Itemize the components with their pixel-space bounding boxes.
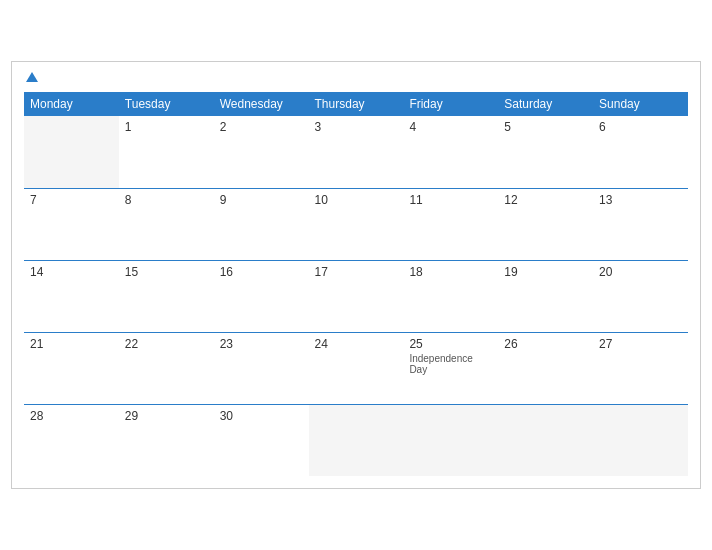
calendar-cell: 17 xyxy=(309,260,404,332)
calendar-cell: 10 xyxy=(309,188,404,260)
weekday-friday: Friday xyxy=(403,92,498,116)
day-number: 1 xyxy=(125,120,208,134)
calendar-cell xyxy=(403,404,498,476)
weekday-thursday: Thursday xyxy=(309,92,404,116)
calendar-cell: 30 xyxy=(214,404,309,476)
day-number: 12 xyxy=(504,193,587,207)
day-number: 11 xyxy=(409,193,492,207)
calendar-cell: 4 xyxy=(403,116,498,188)
weekday-monday: Monday xyxy=(24,92,119,116)
calendar-cell: 22 xyxy=(119,332,214,404)
day-number: 8 xyxy=(125,193,208,207)
calendar-cell: 28 xyxy=(24,404,119,476)
calendar: MondayTuesdayWednesdayThursdayFridaySatu… xyxy=(11,61,701,489)
day-number: 22 xyxy=(125,337,208,351)
day-number: 21 xyxy=(30,337,113,351)
day-number: 5 xyxy=(504,120,587,134)
day-number: 9 xyxy=(220,193,303,207)
calendar-week-3: 14151617181920 xyxy=(24,260,688,332)
day-number: 30 xyxy=(220,409,303,423)
day-number: 18 xyxy=(409,265,492,279)
calendar-cell: 27 xyxy=(593,332,688,404)
calendar-cell: 1 xyxy=(119,116,214,188)
day-number: 6 xyxy=(599,120,682,134)
calendar-cell: 19 xyxy=(498,260,593,332)
calendar-cell: 18 xyxy=(403,260,498,332)
day-number: 20 xyxy=(599,265,682,279)
day-number: 15 xyxy=(125,265,208,279)
weekday-wednesday: Wednesday xyxy=(214,92,309,116)
day-number: 28 xyxy=(30,409,113,423)
calendar-cell: 20 xyxy=(593,260,688,332)
day-number: 17 xyxy=(315,265,398,279)
logo xyxy=(24,72,38,82)
calendar-cell xyxy=(24,116,119,188)
calendar-body: 1234567891011121314151617181920212223242… xyxy=(24,116,688,476)
calendar-cell xyxy=(498,404,593,476)
calendar-cell: 23 xyxy=(214,332,309,404)
calendar-cell xyxy=(593,404,688,476)
weekday-header: MondayTuesdayWednesdayThursdayFridaySatu… xyxy=(24,92,688,116)
calendar-cell: 15 xyxy=(119,260,214,332)
calendar-week-5: 282930 xyxy=(24,404,688,476)
weekday-saturday: Saturday xyxy=(498,92,593,116)
day-number: 10 xyxy=(315,193,398,207)
day-number: 26 xyxy=(504,337,587,351)
calendar-cell: 21 xyxy=(24,332,119,404)
event-label: Independence Day xyxy=(409,353,492,375)
day-number: 2 xyxy=(220,120,303,134)
calendar-cell: 9 xyxy=(214,188,309,260)
calendar-cell: 6 xyxy=(593,116,688,188)
calendar-cell: 8 xyxy=(119,188,214,260)
calendar-cell: 16 xyxy=(214,260,309,332)
day-number: 4 xyxy=(409,120,492,134)
weekday-tuesday: Tuesday xyxy=(119,92,214,116)
calendar-cell: 14 xyxy=(24,260,119,332)
day-number: 14 xyxy=(30,265,113,279)
calendar-cell: 24 xyxy=(309,332,404,404)
calendar-week-2: 78910111213 xyxy=(24,188,688,260)
day-number: 23 xyxy=(220,337,303,351)
day-number: 24 xyxy=(315,337,398,351)
day-number: 7 xyxy=(30,193,113,207)
calendar-cell: 29 xyxy=(119,404,214,476)
day-number: 3 xyxy=(315,120,398,134)
calendar-cell: 25Independence Day xyxy=(403,332,498,404)
calendar-cell: 11 xyxy=(403,188,498,260)
calendar-week-4: 2122232425Independence Day2627 xyxy=(24,332,688,404)
calendar-cell: 26 xyxy=(498,332,593,404)
calendar-cell xyxy=(309,404,404,476)
day-number: 27 xyxy=(599,337,682,351)
day-number: 19 xyxy=(504,265,587,279)
calendar-cell: 3 xyxy=(309,116,404,188)
calendar-table: MondayTuesdayWednesdayThursdayFridaySatu… xyxy=(24,92,688,476)
calendar-header-row: MondayTuesdayWednesdayThursdayFridaySatu… xyxy=(24,92,688,116)
calendar-week-1: 123456 xyxy=(24,116,688,188)
day-number: 16 xyxy=(220,265,303,279)
day-number: 25 xyxy=(409,337,492,351)
day-number: 13 xyxy=(599,193,682,207)
weekday-sunday: Sunday xyxy=(593,92,688,116)
calendar-cell: 7 xyxy=(24,188,119,260)
calendar-cell: 12 xyxy=(498,188,593,260)
calendar-cell: 5 xyxy=(498,116,593,188)
calendar-header xyxy=(24,72,688,82)
calendar-cell: 13 xyxy=(593,188,688,260)
logo-triangle-icon xyxy=(26,72,38,82)
calendar-cell: 2 xyxy=(214,116,309,188)
day-number: 29 xyxy=(125,409,208,423)
